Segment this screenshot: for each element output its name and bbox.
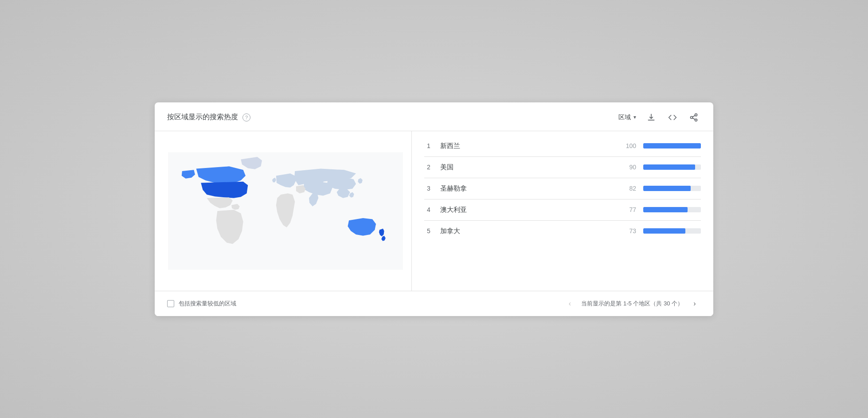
- rankings-section: 1 新西兰 100 2 美国 90 3 圣赫勒拿 82 4 澳大利亚 77 5 …: [412, 131, 713, 291]
- header-left: 按区域显示的搜索热度 ?: [167, 113, 250, 122]
- ranking-row: 4 澳大利亚 77: [424, 199, 701, 221]
- rank-bar-container: [643, 228, 701, 234]
- checkbox-text: 包括搜索量较低的区域: [179, 300, 236, 308]
- embed-button[interactable]: [665, 110, 680, 125]
- download-button[interactable]: [644, 110, 658, 125]
- share-icon: [689, 113, 698, 122]
- svg-line-3: [692, 118, 695, 119]
- low-volume-checkbox-label[interactable]: 包括搜索量较低的区域: [167, 300, 236, 308]
- ranking-row: 1 新西兰 100: [424, 136, 701, 157]
- low-volume-checkbox[interactable]: [167, 300, 174, 307]
- rank-number: 1: [424, 142, 433, 149]
- rank-number: 4: [424, 206, 433, 213]
- help-icon[interactable]: ?: [242, 113, 250, 121]
- rank-score: 90: [620, 164, 636, 171]
- pagination-text: 当前显示的是第 1-5 个地区（共 30 个）: [581, 300, 683, 308]
- download-icon: [647, 113, 656, 122]
- rank-bar-fill: [643, 207, 688, 212]
- rank-country-name: 澳大利亚: [440, 206, 613, 214]
- ranking-list: 1 新西兰 100 2 美国 90 3 圣赫勒拿 82 4 澳大利亚 77 5 …: [424, 136, 701, 242]
- rank-score: 100: [620, 142, 636, 149]
- next-page-button[interactable]: ›: [688, 297, 701, 310]
- share-button[interactable]: [687, 110, 701, 125]
- header-right: 区域 ▼: [618, 110, 701, 125]
- chevron-down-icon: ▼: [633, 115, 637, 120]
- code-icon: [668, 113, 677, 122]
- rank-bar-container: [643, 143, 701, 148]
- rank-score: 82: [620, 185, 636, 192]
- region-dropdown[interactable]: 区域 ▼: [618, 113, 637, 121]
- world-map-svg: [168, 145, 403, 277]
- rank-bar-container: [643, 186, 701, 191]
- pagination-info: ‹ 当前显示的是第 1-5 个地区（共 30 个） ›: [563, 297, 701, 310]
- rank-bar-fill: [643, 228, 685, 234]
- prev-page-button[interactable]: ‹: [563, 297, 576, 310]
- rank-bar-fill: [643, 186, 691, 191]
- rank-score: 77: [620, 206, 636, 213]
- world-map: [168, 145, 403, 277]
- rank-bar-fill: [643, 164, 695, 170]
- rank-country-name: 加拿大: [440, 227, 613, 235]
- rank-bar-container: [643, 164, 701, 170]
- region-label: 区域: [618, 113, 631, 121]
- rank-number: 3: [424, 185, 433, 192]
- ranking-row: 2 美国 90: [424, 157, 701, 178]
- ranking-row: 3 圣赫勒拿 82: [424, 178, 701, 199]
- page-title: 按区域显示的搜索热度: [167, 113, 238, 122]
- rank-bar-container: [643, 207, 701, 212]
- card-header: 按区域显示的搜索热度 ? 区域 ▼: [155, 102, 713, 131]
- svg-line-4: [692, 115, 695, 117]
- rank-country-name: 新西兰: [440, 142, 613, 150]
- card-body: 1 新西兰 100 2 美国 90 3 圣赫勒拿 82 4 澳大利亚 77 5 …: [155, 131, 713, 291]
- rank-number: 5: [424, 227, 433, 234]
- ranking-row: 5 加拿大 73: [424, 221, 701, 242]
- rank-score: 73: [620, 227, 636, 234]
- rank-country-name: 美国: [440, 163, 613, 172]
- rank-country-name: 圣赫勒拿: [440, 184, 613, 193]
- main-card: 按区域显示的搜索热度 ? 区域 ▼: [155, 102, 713, 316]
- card-footer: 包括搜索量较低的区域 ‹ 当前显示的是第 1-5 个地区（共 30 个） ›: [155, 291, 713, 316]
- rank-number: 2: [424, 164, 433, 171]
- map-section: [155, 131, 412, 291]
- rank-bar-fill: [643, 143, 701, 148]
